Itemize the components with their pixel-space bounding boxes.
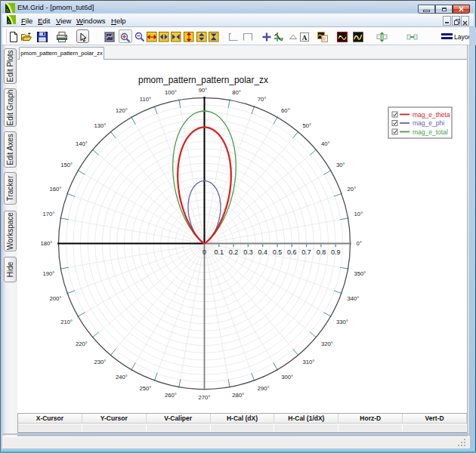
svg-text:140°: 140° <box>76 140 88 147</box>
svg-text:40°: 40° <box>321 140 330 147</box>
svg-text:mag_e_theta: mag_e_theta <box>413 111 450 119</box>
svg-text:310°: 310° <box>303 359 315 365</box>
svg-text:0.2: 0.2 <box>229 248 239 256</box>
svg-text:0.1: 0.1 <box>215 248 224 256</box>
svg-text:0.3: 0.3 <box>243 248 253 256</box>
svg-text:0.8: 0.8 <box>317 248 326 256</box>
svg-text:190°: 190° <box>43 270 55 277</box>
svg-text:280°: 280° <box>232 392 244 399</box>
svg-text:240°: 240° <box>116 374 128 381</box>
svg-text:150°: 150° <box>60 162 73 168</box>
svg-text:160°: 160° <box>50 186 62 193</box>
svg-text:260°: 260° <box>165 392 177 399</box>
svg-text:70°: 70° <box>258 96 267 103</box>
svg-text:330°: 330° <box>336 319 348 325</box>
svg-text:0.7: 0.7 <box>301 248 311 256</box>
svg-text:200°: 200° <box>50 295 62 302</box>
svg-text:mag_e_phi: mag_e_phi <box>413 119 444 127</box>
svg-text:290°: 290° <box>258 385 270 392</box>
svg-text:130°: 130° <box>94 122 107 129</box>
svg-text:100°: 100° <box>165 89 177 96</box>
svg-text:0: 0 <box>202 248 206 256</box>
svg-text:230°: 230° <box>94 359 107 365</box>
svg-text:10°: 10° <box>354 211 363 217</box>
svg-text:320°: 320° <box>321 341 333 347</box>
svg-text:0°: 0° <box>357 240 362 247</box>
svg-text:pmom_pattern_pattern_polar_zx: pmom_pattern_pattern_polar_zx <box>138 75 268 85</box>
svg-text:30°: 30° <box>336 162 345 168</box>
svg-text:mag_e_total: mag_e_total <box>413 128 448 136</box>
svg-text:50°: 50° <box>302 122 311 129</box>
svg-text:250°: 250° <box>139 385 151 392</box>
svg-text:350°: 350° <box>354 270 366 277</box>
svg-text:0.9: 0.9 <box>331 248 341 256</box>
svg-text:0.4: 0.4 <box>258 248 267 256</box>
svg-text:220°: 220° <box>76 341 88 347</box>
svg-text:110°: 110° <box>140 96 151 103</box>
svg-text:210°: 210° <box>60 319 73 325</box>
svg-text:180°: 180° <box>41 240 53 247</box>
svg-text:120°: 120° <box>116 107 128 114</box>
svg-text:270°: 270° <box>199 394 211 401</box>
svg-text:170°: 170° <box>43 211 55 217</box>
svg-text:0.6: 0.6 <box>287 248 297 256</box>
svg-text:300°: 300° <box>281 374 293 381</box>
svg-text:A: A <box>302 34 308 42</box>
svg-text:60°: 60° <box>281 107 290 114</box>
svg-text:20°: 20° <box>348 186 357 193</box>
svg-text:340°: 340° <box>348 295 360 302</box>
svg-text:90°: 90° <box>199 87 208 94</box>
svg-text:0.5: 0.5 <box>273 248 283 256</box>
svg-text:80°: 80° <box>232 89 241 96</box>
